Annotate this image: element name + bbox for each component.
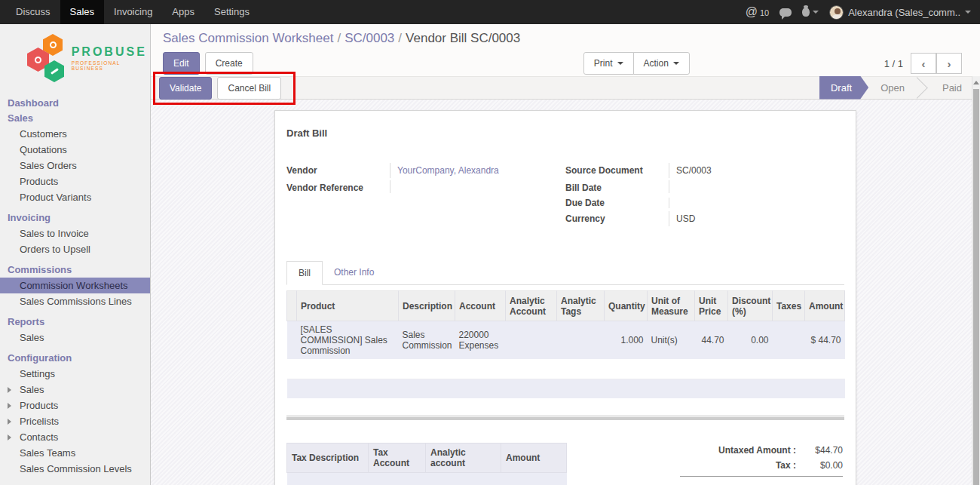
due-date-label: Due Date [565,198,669,208]
column-header-analytic-account[interactable]: Analytic Account [506,291,557,321]
column-header-analytic-tags[interactable]: Analytic Tags [557,291,605,321]
bill-table-header-row: Product Description Account Analytic Acc… [287,291,845,321]
bill-date-label: Bill Date [565,180,669,193]
sidebar-item-sales-commission-levels[interactable]: Sales Commission Levels [0,461,150,477]
scroll-up-button[interactable] [972,76,980,88]
pager-previous-button[interactable]: ‹ [911,53,936,74]
validate-button[interactable]: Validate [159,77,212,100]
cell-analytic-tags [557,321,605,360]
tax-table-header-row: Tax Description Tax Account Analytic acc… [287,444,567,473]
column-header-product[interactable]: Product [297,291,399,321]
sidebar-item-sales-orders[interactable]: Sales Orders [0,158,150,173]
expand-arrow-icon [8,419,11,425]
status-step-draft[interactable]: Draft [819,76,868,100]
caret-down-icon [673,62,679,65]
tax-value: $0.00 [796,460,843,471]
totals-block: Untaxed Amount : $44.70 Tax : $0.00 Tota… [680,443,844,485]
logo-subtitle: PROFESSIONAL BUSINESS [72,60,150,71]
sidebar-item-config-pricelists[interactable]: Pricelists [0,413,150,429]
column-header-discount[interactable]: Discount (%) [728,291,773,321]
bill-line-row[interactable]: [SALES COMMISSION] Sales Commission Sale… [287,321,845,360]
avatar [829,5,844,20]
horizontal-scrollbar[interactable] [286,415,844,420]
vendor-value-link[interactable]: YourCompany, Alexandra [390,163,565,178]
top-menu-invoicing[interactable]: Invoicing [104,0,162,24]
top-menu-settings[interactable]: Settings [204,0,259,24]
tab-bill[interactable]: Bill [286,261,323,285]
cancel-bill-button[interactable]: Cancel Bill [217,77,281,100]
column-header-uom[interactable]: Unit of Measure [648,291,695,321]
sidebar-item-sales-to-invoice[interactable]: Sales to Invoice [0,226,150,241]
column-header-quantity[interactable]: Quantity [605,291,648,321]
sidebar-item-products[interactable]: Products [0,173,150,189]
field-group-right: Source Document SC/0003 Bill Date Due Da… [565,163,844,229]
mention-counter[interactable]: @ 10 [746,6,770,18]
expand-arrow-icon [8,387,11,393]
column-header-amount[interactable]: Amount [805,291,845,321]
user-menu[interactable]: Alexandra (Sales_comm.. [829,5,971,20]
untaxed-amount-value: $44.70 [796,445,843,456]
topbar-menus: Discuss Sales Invoicing Apps Settings [0,0,259,24]
messages-icon[interactable] [779,8,792,17]
print-button[interactable]: Print [583,52,634,75]
due-date-value [669,198,844,208]
column-header-account[interactable]: Account [455,291,506,321]
tax-lines-table: Tax Description Tax Account Analytic acc… [286,443,567,485]
pager-next-button[interactable]: › [936,53,962,74]
vendor-reference-value [390,180,565,193]
vendor-reference-label: Vendor Reference [286,180,390,193]
pager-value: 1 / 1 [884,58,903,69]
cell-quantity: 1.000 [605,321,648,360]
breadcrumb-link-worksheet[interactable]: Sales Commission Worksheet [163,31,333,45]
sidebar-header-sales[interactable]: Sales [0,111,150,126]
logo-hexagons-icon [26,33,70,83]
status-pipeline: Draft Open Paid [819,76,980,100]
sidebar-item-config-contacts[interactable]: Contacts [0,429,150,445]
print-action-group: Print Action [583,52,690,75]
tab-other-info[interactable]: Other Info [323,261,385,285]
print-label: Print [594,59,613,68]
topbar: Discuss Sales Invoicing Apps Settings @ … [0,0,980,24]
cell-taxes [773,321,805,360]
column-header-taxes[interactable]: Taxes [773,291,805,321]
sidebar-header-commissions[interactable]: Commissions [0,257,150,278]
sidebar-item-orders-to-upsell[interactable]: Orders to Upsell [0,241,150,257]
top-menu-apps[interactable]: Apps [162,0,204,24]
cell-amount: $ 44.70 [805,321,845,360]
sidebar-item-config-sales[interactable]: Sales [0,382,150,398]
top-menu-discuss[interactable]: Discuss [6,0,60,24]
control-panel: Sales Commission Worksheet/SC/0003/Vendo… [151,24,980,76]
top-menu-sales[interactable]: Sales [60,0,105,24]
sidebar-item-customers[interactable]: Customers [0,126,150,142]
empty-row [287,379,845,398]
sidebar-item-config-products[interactable]: Products [0,398,150,413]
scrollbar-thumb[interactable] [973,89,979,485]
expand-arrow-icon [8,403,11,409]
sidebar-header-configuration[interactable]: Configuration [0,345,150,366]
status-step-open[interactable]: Open [868,76,917,100]
logo-text: PROBUSE PROFESSIONAL BUSINESS [72,45,150,71]
sidebar-header-dashboard[interactable]: Dashboard [0,91,150,111]
breadcrumb-link-sc0003[interactable]: SC/0003 [345,31,394,45]
sidebar-header-invoicing[interactable]: Invoicing [0,205,150,226]
sidebar-item-sales-teams[interactable]: Sales Teams [0,445,150,461]
sidebar-item-commission-worksheets[interactable]: Commission Worksheets [0,278,150,293]
sidebar-item-settings[interactable]: Settings [0,366,150,382]
action-button[interactable]: Action [633,52,690,75]
vertical-scrollbar [972,76,980,485]
sidebar-item-reports-sales[interactable]: Sales [0,330,150,345]
sidebar-item-label: Sales [20,384,44,395]
sidebar-header-reports[interactable]: Reports [0,309,150,330]
debug-menu[interactable] [802,8,819,17]
column-header-unit-price[interactable]: Unit Price [695,291,728,321]
untaxed-amount-label: Untaxed Amount : [718,445,796,456]
annotation-highlight-box: Validate Cancel Bill [153,72,296,105]
sidebar-item-quotations[interactable]: Quotations [0,142,150,158]
empty-row [287,473,567,485]
breadcrumb-separator: / [394,31,406,45]
column-header-description[interactable]: Description [399,291,455,321]
breadcrumb-current: Vendor Bill SC/0003 [406,31,520,45]
source-document-label: Source Document [565,163,669,176]
sidebar-item-product-variants[interactable]: Product Variants [0,189,150,205]
sidebar-item-sales-commissions-lines[interactable]: Sales Commissions Lines [0,293,150,309]
